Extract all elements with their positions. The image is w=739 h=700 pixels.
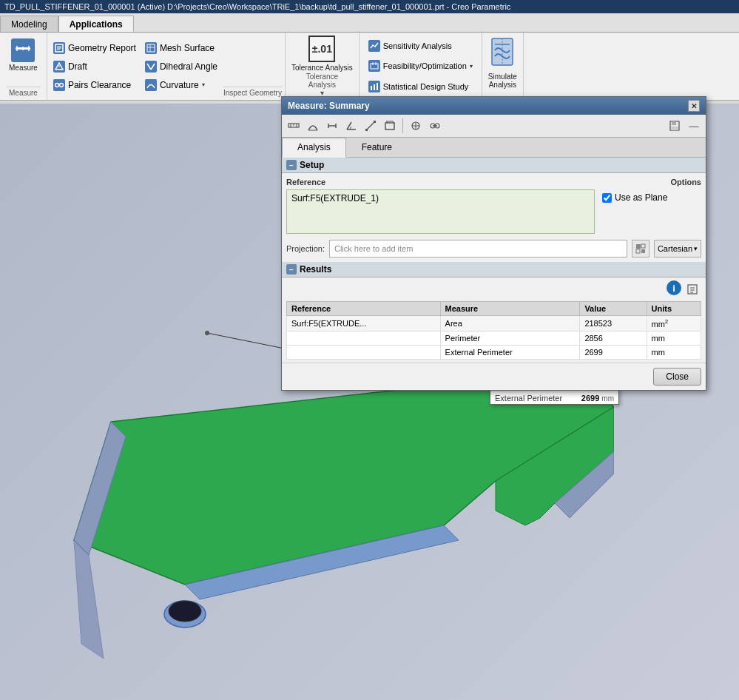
svg-rect-17 (371, 64, 378, 69)
sensitivity-analysis-icon (368, 40, 380, 52)
projection-icon-btn[interactable] (632, 240, 649, 258)
use-as-plane-checkbox[interactable] (602, 193, 612, 203)
mesh-surface-button[interactable]: Mesh Surface (142, 41, 220, 55)
dialog-title: Measure: Summary (288, 101, 370, 111)
cell-measure: Area (440, 316, 580, 332)
tolerance-icon: ±.01 (308, 36, 335, 62)
svg-rect-12 (147, 44, 155, 52)
tooltip-row-label: External Perimeter (495, 394, 562, 403)
feasibility-icon (368, 60, 380, 72)
results-icon-buttons: i (667, 280, 701, 298)
analysis-group: Sensitivity Analysis Feasibility/Optimiz… (360, 33, 482, 100)
results-collapse-button[interactable]: − (286, 264, 297, 275)
projection-row: Projection: Click here to add item Carte… (286, 237, 701, 258)
tool-transform[interactable] (407, 117, 425, 135)
projection-input[interactable]: Click here to add item (329, 240, 627, 258)
mesh-surface-icon (145, 42, 157, 54)
tab-analysis[interactable]: Analysis (282, 138, 346, 158)
title-text: TD_PULL_STIFFENER_01_000001 (Active) D:\… (4, 2, 510, 11)
toolbar-right: — (666, 117, 703, 135)
tool-distance[interactable] (323, 117, 341, 135)
projection-chevron: ▾ (694, 245, 698, 252)
svg-rect-62 (636, 244, 641, 249)
svg-point-10 (55, 83, 58, 87)
reference-label: Reference (286, 178, 338, 186)
reference-box[interactable]: Surf:F5(EXTRUDE_1) (286, 189, 595, 234)
ribbon: Measure Measure Geometry Report (0, 33, 739, 101)
tool-ruler[interactable] (285, 117, 303, 135)
results-section: i Reference Measure (282, 277, 706, 363)
svg-rect-49 (385, 123, 394, 129)
col-reference: Reference (287, 302, 441, 316)
tool-arc[interactable] (304, 117, 322, 135)
options-label: Options (670, 178, 701, 186)
setup-section: Reference Options Surf:F5(EXTRUDE_1) Use… (282, 173, 706, 262)
curvature-chevron: ▾ (202, 81, 205, 88)
svg-rect-64 (636, 249, 640, 253)
results-header-row: i (286, 280, 701, 298)
svg-point-35 (205, 331, 209, 335)
setup-content-row: Surf:F5(EXTRUDE_1) Use as Plane (286, 189, 701, 234)
tool-box[interactable] (381, 117, 399, 135)
tool-minimize[interactable]: — (685, 117, 703, 135)
tool-save[interactable] (666, 117, 684, 135)
tab-applications[interactable]: Applications (58, 16, 134, 32)
tab-feature[interactable]: Feature (346, 138, 408, 157)
tool-chain[interactable] (426, 117, 444, 135)
measure-button[interactable]: Measure (6, 36, 41, 75)
tool-angle[interactable] (342, 117, 360, 135)
feasibility-button[interactable]: Feasibility/Optimization ▾ (365, 58, 476, 73)
results-info-button[interactable]: i (667, 280, 681, 295)
svg-rect-21 (374, 84, 375, 90)
cell-reference (287, 345, 441, 359)
svg-rect-48 (374, 121, 376, 123)
measure-dialog: Measure: Summary ✕ (281, 96, 706, 391)
setup-collapse-button[interactable]: − (286, 160, 297, 170)
pairs-clearance-button[interactable]: Pairs Clearance (50, 78, 139, 92)
cell-value: 2856 (580, 331, 647, 345)
setup-label: Setup (300, 160, 324, 170)
geometry-report-button[interactable]: Geometry Report (50, 41, 139, 55)
dihedral-angle-button[interactable]: Dihedral Angle (142, 59, 220, 74)
tooltip-row-value: 2699 (581, 394, 599, 403)
ribbon-group-measure: Measure Measure (0, 33, 47, 100)
svg-rect-60 (672, 121, 676, 125)
svg-rect-65 (641, 249, 645, 253)
options-box: Use as Plane (598, 189, 701, 234)
mesh-items: Mesh Surface Dihedral Angle Curvature (142, 36, 220, 97)
statistical-design-icon (368, 81, 380, 92)
curvature-icon (145, 79, 157, 91)
tab-modeling[interactable]: Modeling (0, 16, 58, 32)
svg-rect-63 (641, 244, 645, 248)
draft-button[interactable]: Draft (50, 59, 139, 74)
svg-rect-61 (671, 127, 678, 130)
close-button[interactable]: Close (653, 368, 701, 386)
tooltip-row: External Perimeter 2699 mm (490, 392, 618, 404)
projection-dropdown[interactable]: Cartesian ▾ (654, 240, 701, 258)
title-bar: TD_PULL_STIFFENER_01_000001 (Active) D:\… (0, 0, 739, 13)
results-section-header: − Results (282, 262, 706, 277)
dialog-close-x-button[interactable]: ✕ (688, 100, 700, 112)
curvature-button[interactable]: Curvature ▾ (142, 78, 220, 92)
cell-reference (287, 331, 441, 345)
col-measure: Measure (440, 302, 580, 316)
tolerance-group[interactable]: ±.01 Tolerance Analysis Tolerance Analys… (286, 33, 360, 100)
statistical-design-button[interactable]: Statistical Design Study (365, 79, 476, 94)
svg-rect-20 (371, 86, 372, 90)
results-export-button[interactable] (684, 280, 701, 298)
table-row: External Perimeter 2699 mm (287, 345, 701, 359)
col-units: Units (647, 302, 701, 316)
simulate-group[interactable]: Simulate Analysis (482, 33, 524, 100)
dialog-footer: Close (282, 363, 706, 390)
tool-line[interactable] (362, 117, 379, 135)
dialog-toolbar: — (282, 115, 706, 138)
results-label: Results (300, 264, 331, 275)
svg-line-16 (151, 64, 155, 70)
sensitivity-analysis-button[interactable]: Sensitivity Analysis (365, 38, 476, 53)
svg-rect-47 (365, 129, 368, 131)
use-as-plane-label: Use as Plane (615, 192, 667, 203)
pairs-clearance-icon (53, 79, 65, 91)
svg-point-11 (59, 83, 63, 87)
3d-model (37, 363, 614, 700)
svg-line-45 (347, 122, 351, 129)
